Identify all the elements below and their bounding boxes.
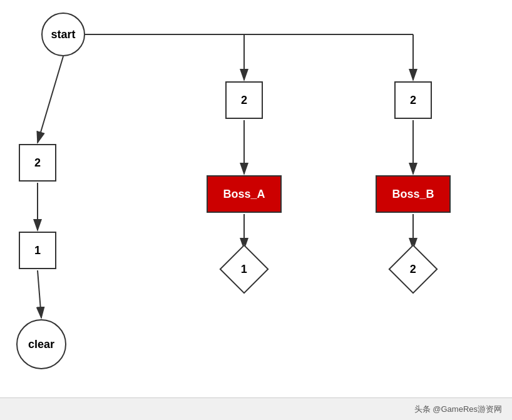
clear-label: clear [28,338,54,351]
clear-node: clear [16,319,66,369]
start-label: start [51,28,75,41]
right-2-label: 2 [410,94,416,107]
boss-a-node: Boss_A [207,175,282,213]
right-diamond-label: 2 [410,262,416,275]
footer: 头条 @GameRes游资网 [0,397,512,420]
svg-line-3 [38,270,41,318]
left-2-label: 2 [34,156,41,170]
left-1-node: 1 [19,232,56,269]
boss-b-label: Boss_B [392,188,434,201]
right-diamond-node: 2 [394,250,432,288]
start-node: start [41,13,85,56]
mid-2-node: 2 [225,81,263,119]
svg-line-1 [38,56,63,143]
mid-diamond-node: 1 [225,250,263,288]
right-2-node: 2 [394,81,432,119]
footer-text: 头条 @GameRes游资网 [414,404,502,415]
boss-b-node: Boss_B [376,175,451,213]
mid-2-label: 2 [241,94,247,107]
mid-diamond-label: 1 [241,262,247,275]
diagram: start 2 1 clear 2 Boss_A 1 2 Boss_B 2 [0,0,512,397]
boss-a-label: Boss_A [223,188,265,201]
left-1-label: 1 [34,244,41,257]
left-2-node: 2 [19,144,56,182]
